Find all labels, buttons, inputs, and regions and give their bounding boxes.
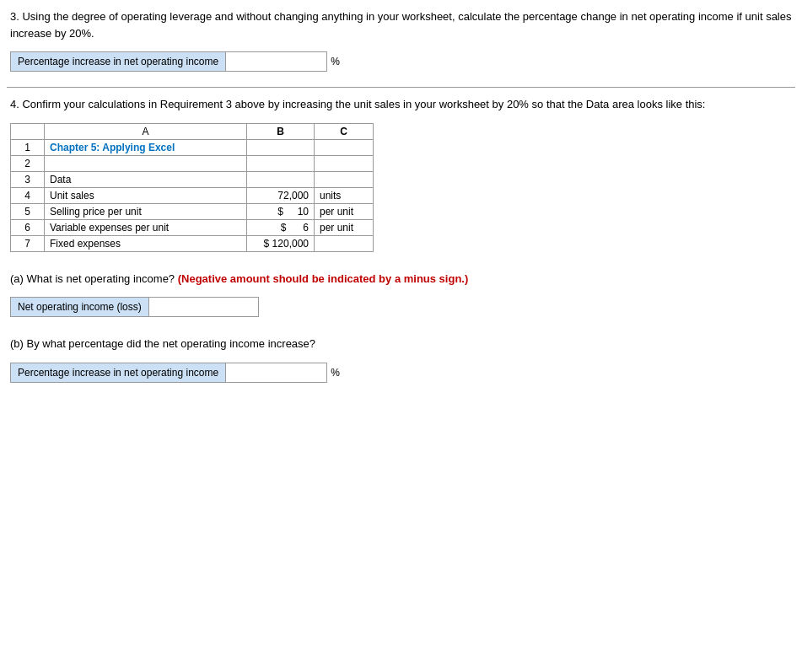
row5-a: Selling price per unit <box>45 203 247 219</box>
row7-c <box>315 235 374 251</box>
col-header-a: A <box>45 123 247 139</box>
row1-a: Chapter 5: Applying Excel <box>45 139 247 155</box>
row1-c <box>315 139 374 155</box>
page: 3. Using the degree of operating leverag… <box>0 0 802 406</box>
row2-b <box>247 155 315 171</box>
table-row: 3 Data <box>11 171 374 187</box>
section3-suffix: % <box>331 56 340 67</box>
part-a-input-row: Net operating income (loss) <box>10 297 795 317</box>
part-b-section: (b) By what percentage did the net opera… <box>10 336 795 383</box>
row3-c <box>315 171 374 187</box>
section-3: 3. Using the degree of operating leverag… <box>7 8 795 72</box>
table-row: 2 <box>11 155 374 171</box>
row2-c <box>315 155 374 171</box>
table-row: 4 Unit sales 72,000 units <box>11 187 374 203</box>
col-header-c: C <box>315 123 374 139</box>
row2-a <box>45 155 247 171</box>
row-num-4: 4 <box>11 187 45 203</box>
row6-b: $ 6 <box>247 219 315 235</box>
part-b-input-row: Percentage increase in net operating inc… <box>10 363 795 383</box>
row3-a: Data <box>45 171 247 187</box>
divider <box>7 87 795 88</box>
part-a-question: (a) What is net operating income? (Negat… <box>10 271 795 288</box>
row5-b: $ 10 <box>247 203 315 219</box>
row1-b <box>247 139 315 155</box>
row3-b <box>247 171 315 187</box>
section3-input-row: Percentage increase in net operating inc… <box>10 51 795 72</box>
part-b-question: (b) By what percentage did the net opera… <box>10 336 795 352</box>
part-b-suffix: % <box>331 367 340 379</box>
part-a-section: (a) What is net operating income? (Negat… <box>10 271 795 318</box>
spreadsheet-table: A B C 1 Chapter 5: Applying Excel 2 <box>10 123 374 252</box>
table-row: 5 Selling price per unit $ 10 per unit <box>11 203 374 219</box>
part-b-input-label: Percentage increase in net operating inc… <box>10 363 226 383</box>
section4-question: 4. Confirm your calculations in Requirem… <box>10 96 795 113</box>
chapter-title: Chapter 5: Applying Excel <box>50 142 175 153</box>
row6-a: Variable expenses per unit <box>45 219 247 235</box>
row-num-7: 7 <box>11 235 45 251</box>
col-header-b: B <box>247 123 315 139</box>
row-num-5: 5 <box>11 203 45 219</box>
section-4: 4. Confirm your calculations in Requirem… <box>7 96 795 383</box>
net-income-label: Net operating income (loss) <box>10 297 149 317</box>
row-num-3: 3 <box>11 171 45 187</box>
section3-input-label: Percentage increase in net operating inc… <box>10 51 226 72</box>
section3-question: 3. Using the degree of operating leverag… <box>10 8 795 41</box>
row4-c: units <box>315 187 374 203</box>
row5-c: per unit <box>315 203 374 219</box>
section3-input[interactable] <box>226 51 327 72</box>
table-row: 6 Variable expenses per unit $ 6 per uni… <box>11 219 374 235</box>
part-a-bold-text: (Negative amount should be indicated by … <box>178 272 469 285</box>
net-income-input[interactable] <box>149 297 259 317</box>
row7-a: Fixed expenses <box>45 235 247 251</box>
row4-a: Unit sales <box>45 187 247 203</box>
row7-b: $ 120,000 <box>247 235 315 251</box>
row-num-2: 2 <box>11 155 45 171</box>
table-row: 7 Fixed expenses $ 120,000 <box>11 235 374 251</box>
table-row: 1 Chapter 5: Applying Excel <box>11 139 374 155</box>
col-header-num <box>11 123 45 139</box>
row6-c: per unit <box>315 219 374 235</box>
spreadsheet-container: A B C 1 Chapter 5: Applying Excel 2 <box>10 123 795 252</box>
part-a-question-text: (a) What is net operating income? <box>10 272 175 285</box>
row4-b: 72,000 <box>247 187 315 203</box>
part-b-input[interactable] <box>226 363 327 383</box>
row-num-6: 6 <box>11 219 45 235</box>
row-num-1: 1 <box>11 139 45 155</box>
